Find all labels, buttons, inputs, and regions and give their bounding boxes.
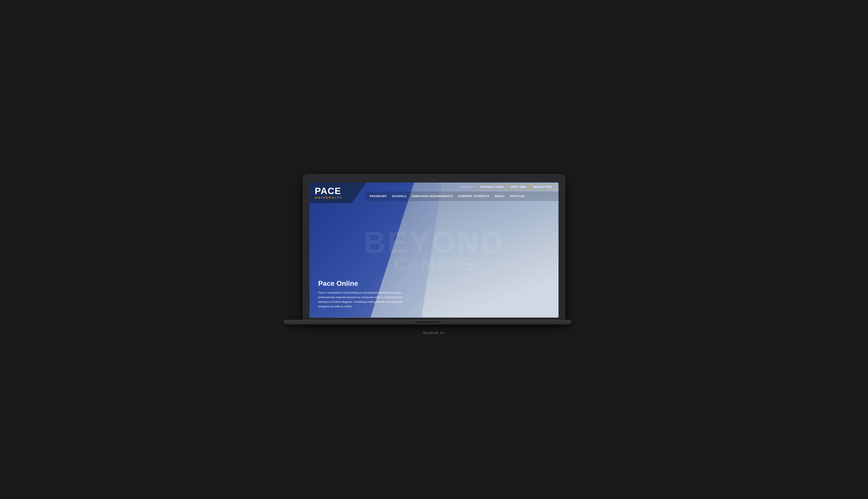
hero-title: Pace Online — [318, 279, 410, 288]
pace-edu-label: PACE.EDU — [460, 185, 474, 188]
main-nav: PROGRAMS SCHOOLS ADMISSION REQUIREMENTS … — [366, 192, 558, 201]
nav-admission[interactable]: ADMISSION REQUIREMENTS — [412, 194, 453, 199]
pace-edu-link[interactable]: PACE.EDU — [460, 185, 476, 188]
laptop-wrapper: BEYOND CAMPUS PACE UNIVERSITY PACE.EDU — [303, 175, 565, 325]
nav-about[interactable]: ABOUT — [494, 194, 505, 199]
laptop-bezel: BEYOND CAMPUS PACE UNIVERSITY PACE.EDU — [303, 175, 565, 320]
laptop-notch — [414, 321, 441, 323]
nav-current-students[interactable]: CURRENT STUDENTS — [458, 194, 489, 199]
logo-area: PACE UNIVERSITY — [310, 183, 366, 203]
top-links: PACE.EDU PROGRAM FINDER APPLY NOW REQUES… — [366, 183, 558, 192]
laptop-base — [284, 320, 571, 325]
apply-now-button[interactable]: APPLY NOW — [508, 184, 529, 190]
logo-university: UNIVERSITY — [315, 196, 361, 199]
hero-section: BEYOND CAMPUS PACE UNIVERSITY PACE.EDU — [310, 183, 558, 318]
top-bar: PACE UNIVERSITY PACE.EDU PROGRAM FINDER … — [310, 183, 558, 203]
program-finder-button[interactable]: PROGRAM FINDER — [478, 184, 506, 190]
logo-pace[interactable]: PACE — [315, 186, 361, 196]
pace-edu-arrow-icon — [475, 186, 476, 188]
request-info-button[interactable]: REQUEST INFO — [530, 184, 555, 190]
screen: BEYOND CAMPUS PACE UNIVERSITY PACE.EDU — [310, 183, 558, 318]
camera-dot — [433, 179, 435, 181]
hero-description: Pace's commitment to providing an except… — [318, 291, 410, 309]
nav-schools[interactable]: SCHOOLS — [392, 194, 406, 199]
nav-programs[interactable]: PROGRAMS — [369, 194, 387, 199]
nav-container: PACE.EDU PROGRAM FINDER APPLY NOW REQUES… — [366, 183, 558, 203]
hero-content: Pace Online Pace's commitment to providi… — [318, 279, 410, 309]
nav-articles[interactable]: ARTICLES — [510, 194, 525, 199]
macbook-label: MacBook Air — [423, 331, 445, 334]
